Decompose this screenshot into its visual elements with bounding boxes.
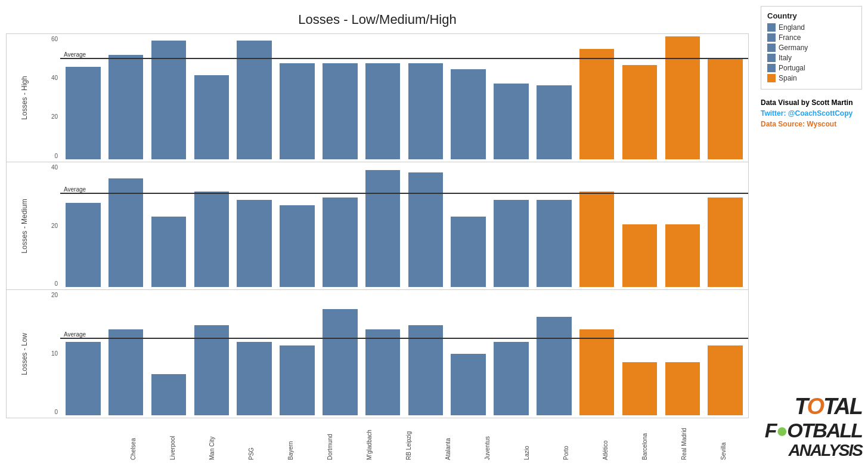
x-label-wrapper: Real Madrid [664, 418, 703, 460]
legend-swatch [767, 64, 776, 72]
avg-label-medium: Average [63, 186, 87, 193]
bar-wrapper [705, 36, 746, 159]
bar-low-Man City [151, 374, 186, 415]
bar-wrapper [534, 292, 575, 415]
panel-medium: Losses - Medium40200Average [6, 162, 749, 290]
legend-title: Country [767, 11, 855, 20]
bar-low-Sevilla [708, 345, 742, 415]
credit-source: Data Source: Wyscout [761, 120, 862, 128]
bar-low-M'gladbach [323, 309, 357, 415]
bar-wrapper [106, 292, 147, 415]
bar-medium-M'gladbach [323, 197, 357, 288]
bar-medium-Liverpool [108, 178, 143, 288]
x-label-wrapper: Lazio [507, 418, 546, 460]
tfa-football-text: F●OTBALL [765, 419, 862, 442]
legend-label: Germany [779, 44, 808, 52]
legend-item: France [767, 33, 855, 42]
x-label-M'gladbach: M'gladbach [366, 418, 373, 460]
bar-medium-PSG [194, 192, 229, 287]
bar-low-Chelsea [66, 342, 100, 415]
x-label-wrapper: Porto [546, 418, 585, 460]
y-tick: 20 [42, 292, 60, 298]
bar-wrapper [448, 292, 489, 415]
sidebar: Country England France Germany Italy Por… [755, 0, 868, 466]
y-tick: 40 [42, 165, 60, 171]
bar-wrapper [148, 292, 190, 415]
x-label-wrapper: Barcelona [625, 418, 664, 460]
bar-high-Liverpool [108, 55, 143, 159]
avg-line-low [60, 338, 748, 339]
bar-wrapper [277, 165, 318, 288]
x-label-wrapper: Atlético [585, 418, 625, 460]
bar-low-RB Leipzig [365, 329, 400, 415]
bar-wrapper [320, 36, 361, 159]
x-label-wrapper: Dortmund [310, 418, 349, 460]
x-label-Atalanta: Atalanta [445, 418, 451, 460]
x-label-RB Leipzig: RB Leipzig [405, 418, 412, 460]
bar-wrapper [191, 165, 232, 288]
panel-inner-high: 6040200Average [42, 34, 748, 162]
x-label-wrapper: PSG [231, 418, 271, 460]
y-tick: 40 [42, 75, 60, 81]
bar-high-Real Madrid [665, 36, 700, 159]
chart-title: Losses - Low/Medium/High [6, 12, 749, 27]
credit-box: Data Visual by Scott Martin Twitter: @Co… [761, 95, 862, 131]
bar-wrapper [362, 165, 404, 288]
bar-wrapper [234, 292, 275, 415]
y-ticks-high: 6040200 [42, 34, 60, 162]
bar-wrapper [491, 292, 532, 415]
bar-wrapper [320, 165, 361, 288]
x-label-wrapper: Liverpool [153, 418, 192, 460]
legend-swatch [767, 23, 776, 32]
x-label-Porto: Porto [563, 418, 569, 460]
x-axis-spacer [60, 418, 95, 460]
legend-label: Italy [779, 54, 792, 62]
bar-medium-Dortmund [280, 205, 314, 287]
bar-wrapper [662, 292, 703, 415]
y-tick: 0 [42, 281, 60, 287]
bar-wrapper [619, 165, 661, 288]
x-label-Real Madrid: Real Madrid [681, 418, 687, 460]
x-label-wrapper: Chelsea [113, 418, 153, 460]
bar-high-Juventus [451, 69, 485, 159]
bar-wrapper [320, 292, 361, 415]
legend-label: France [779, 33, 801, 42]
panel-low: Losses - Low20100Average [6, 289, 749, 418]
legend-box: Country England France Germany Italy Por… [761, 6, 862, 90]
tfa-logo: TOTAL F●OTBALL ANALYSIS [761, 394, 862, 460]
credit-twitter: Twitter: @CoachScottCopy [761, 109, 862, 118]
x-label-wrapper: Man City [192, 418, 231, 460]
bar-wrapper [576, 292, 618, 415]
bars-area-medium [60, 165, 748, 288]
bar-wrapper [191, 36, 232, 159]
y-tick: 20 [42, 223, 60, 229]
x-label-Liverpool: Liverpool [169, 418, 176, 460]
y-ticks-low: 20100 [42, 290, 60, 418]
bar-wrapper [234, 36, 275, 159]
bar-high-Porto [537, 85, 571, 159]
bar-medium-Atalanta [408, 172, 443, 287]
bar-wrapper [662, 165, 703, 288]
avg-label-high: Average [63, 51, 87, 58]
bar-wrapper [662, 36, 703, 159]
bar-low-Dortmund [280, 345, 314, 415]
bar-wrapper [63, 292, 104, 415]
bar-wrapper [234, 165, 275, 288]
bar-low-Atlético [579, 329, 614, 415]
x-label-Lazio: Lazio [523, 418, 530, 460]
bar-wrapper [362, 292, 404, 415]
bar-wrapper [705, 292, 746, 415]
y-tick: 0 [42, 153, 60, 159]
bar-low-Porto [537, 317, 571, 415]
bar-medium-Barcelona [622, 224, 657, 287]
legend-item: Germany [767, 44, 855, 52]
bar-wrapper [277, 36, 318, 159]
legend-item: Italy [767, 54, 855, 62]
x-label-Bayern: Bayern [287, 418, 294, 460]
x-axis-tick-spacer [95, 418, 113, 460]
bar-medium-Juventus [451, 217, 485, 288]
bar-low-Liverpool [108, 329, 143, 415]
x-label-Juventus: Juventus [484, 418, 491, 460]
bar-wrapper [405, 292, 447, 415]
legend-item: Spain [767, 74, 855, 82]
